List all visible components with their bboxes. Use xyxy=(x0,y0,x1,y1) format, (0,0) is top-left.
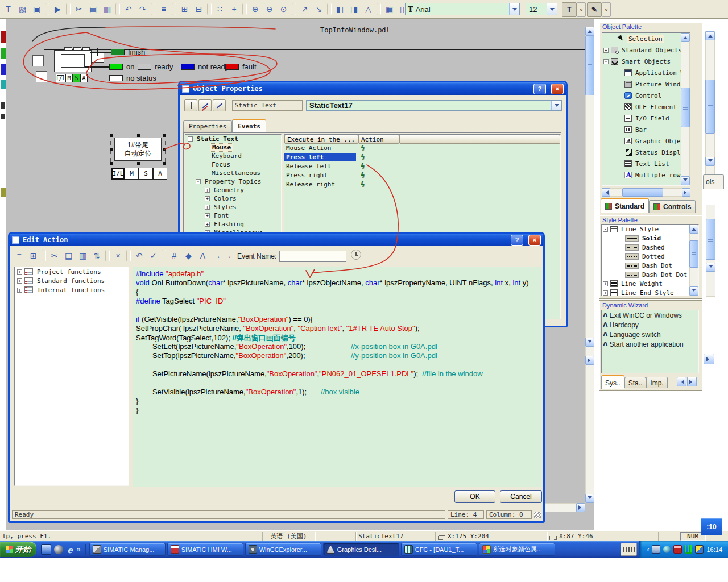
object-palette-item[interactable]: Application Window xyxy=(602,67,690,78)
color-swatch-green[interactable] xyxy=(1,48,6,59)
event-name-input[interactable] xyxy=(279,251,346,262)
clock-icon[interactable] xyxy=(351,250,361,260)
sep[interactable] xyxy=(377,3,381,15)
expand-toggle-icon[interactable]: + xyxy=(17,269,22,275)
op-tree-item[interactable]: + Font xyxy=(185,211,281,220)
sep[interactable] xyxy=(162,250,166,261)
object-palette-item[interactable]: Bar xyxy=(602,124,690,135)
sep[interactable] xyxy=(126,250,131,261)
snap-icon[interactable]: + xyxy=(227,2,241,16)
sep[interactable] xyxy=(42,250,46,261)
internet-explorer-icon[interactable]: e xyxy=(66,545,74,554)
style-palette-item[interactable]: Dashed xyxy=(602,243,698,252)
object-palette-item[interactable]: Graphic Object xyxy=(602,135,690,147)
device-mini-button[interactable]: S xyxy=(73,74,80,82)
object-palette-item[interactable]: + Standard Objects xyxy=(602,44,690,56)
action-lightning-icon[interactable]: ϟ xyxy=(361,144,365,152)
pin-button[interactable] xyxy=(184,99,197,111)
sep[interactable] xyxy=(66,3,71,15)
tray-signal-icon[interactable] xyxy=(685,545,692,554)
style-palette-item[interactable]: Dotted xyxy=(602,252,698,261)
object-mode-button[interactable]: A xyxy=(153,168,167,180)
quick-launch-overflow-icon[interactable]: » xyxy=(77,546,81,554)
op-event-row[interactable]: Release right ϟ xyxy=(284,180,560,189)
tray-volume-icon[interactable] xyxy=(673,545,682,554)
expand-toggle-icon[interactable]: + xyxy=(205,205,210,210)
op-tree-item[interactable]: + Geometry xyxy=(185,186,281,194)
object-palette-item[interactable]: Selection xyxy=(602,33,690,44)
wizard-item[interactable]: Λ Language switch xyxy=(602,330,698,339)
expand-toggle-icon[interactable]: + xyxy=(205,213,210,218)
scroll-up-icon[interactable] xyxy=(689,225,698,234)
scroll-thumb[interactable] xyxy=(689,240,698,268)
scroll-thumb[interactable] xyxy=(622,188,663,197)
save-icon[interactable]: ▣ xyxy=(30,2,44,16)
zoom-in-icon[interactable]: ⊕ xyxy=(248,2,262,16)
scroll-right-icon[interactable] xyxy=(704,354,714,364)
zoom-out-icon[interactable]: ⊖ xyxy=(262,2,276,16)
pen-button[interactable] xyxy=(213,99,226,111)
op-event-row[interactable]: Press left ϟ xyxy=(284,153,560,162)
zoom-fit-icon[interactable]: ⊙ xyxy=(276,2,291,16)
action-lightning-icon[interactable]: ϟ xyxy=(361,163,365,171)
object-mode-button[interactable]: M xyxy=(125,168,139,180)
action-lightning-icon[interactable]: ϟ xyxy=(361,172,365,180)
properties-icon[interactable]: ▦ xyxy=(382,2,396,16)
expand-toggle-icon[interactable]: + xyxy=(603,48,609,53)
arrow-pen-button[interactable] xyxy=(198,99,212,111)
code-area[interactable]: #include "apdefap.h"void OnLButtonDown(c… xyxy=(133,267,541,487)
expand-toggle-icon[interactable]: + xyxy=(205,222,210,227)
static-text-object[interactable]: 1#带尾 自动定位 xyxy=(114,138,162,161)
preview-icon[interactable]: ⊞ xyxy=(26,248,40,263)
tray-display-icon[interactable] xyxy=(652,545,660,554)
scroll-right-icon[interactable] xyxy=(585,356,594,365)
expand-toggle-icon[interactable]: + xyxy=(17,278,22,284)
undo-icon[interactable]: ↶ xyxy=(132,248,146,263)
scroll-right-icon[interactable] xyxy=(682,188,690,197)
scroll-up-icon[interactable] xyxy=(681,33,690,42)
style-palette-item[interactable]: Dash Dot xyxy=(602,261,698,270)
function-group[interactable]: + Project functions xyxy=(15,267,129,276)
cut-icon[interactable]: ✂ xyxy=(72,2,86,16)
style-palette-item[interactable]: Solid xyxy=(602,234,698,243)
object-properties-titlebar[interactable]: Object Properties ? × xyxy=(180,82,566,95)
color-swatch-teal[interactable] xyxy=(1,80,6,89)
undo-icon[interactable]: ↶ xyxy=(121,2,135,16)
tag-connect-icon[interactable]: ↗ xyxy=(297,2,312,16)
font-size-combo-arrow[interactable] xyxy=(547,3,557,15)
function-group[interactable]: + Internal functions xyxy=(15,285,129,294)
check-syntax-icon[interactable]: ✓ xyxy=(146,248,160,263)
tray-app-icon[interactable] xyxy=(663,546,671,553)
style-palette-item[interactable]: - Line Style xyxy=(602,225,698,234)
op-tree-item[interactable]: Keyboard xyxy=(185,152,281,160)
expand-toggle-icon[interactable]: + xyxy=(205,196,210,201)
op-tree-item[interactable]: + Styles xyxy=(185,203,281,211)
palette-tab[interactable]: Standard xyxy=(601,198,649,213)
delete-icon[interactable]: × xyxy=(111,248,125,263)
line-color-button[interactable]: ✎ xyxy=(587,2,602,17)
font-combo-arrow[interactable] xyxy=(509,3,519,15)
expand-toggle-icon[interactable]: + xyxy=(603,290,608,296)
object-palette-item[interactable]: Status Display xyxy=(602,147,690,158)
scroll-up-icon[interactable] xyxy=(705,31,715,40)
sep[interactable] xyxy=(327,3,332,15)
task-button[interactable]: 所选对象颜色属... xyxy=(479,543,555,556)
expand-toggle-icon[interactable]: - xyxy=(196,179,201,184)
hidden-tab-fragment[interactable]: ols xyxy=(703,174,724,189)
scroll-down-icon[interactable] xyxy=(585,494,594,503)
input-method-icon[interactable] xyxy=(621,543,637,556)
palette-tab[interactable]: Controls xyxy=(649,200,696,213)
copy-icon[interactable]: ▤ xyxy=(86,2,100,16)
help-button[interactable]: ? xyxy=(511,235,523,246)
object-palette-item[interactable]: Control xyxy=(602,90,690,101)
parameters-icon[interactable]: # xyxy=(167,248,181,263)
quick-launch-icon[interactable] xyxy=(54,545,63,554)
op-col-action[interactable]: Action xyxy=(358,135,399,144)
expand-toggle-icon[interactable]: + xyxy=(205,188,210,193)
print-icon[interactable]: ≡ xyxy=(156,2,171,16)
run-icon[interactable]: ▶ xyxy=(51,2,65,16)
sep[interactable] xyxy=(115,3,120,15)
task-button[interactable]: Graphics Desi... xyxy=(323,543,399,556)
object-name-combo[interactable]: StaticText17 xyxy=(306,100,562,111)
op-event-row[interactable]: Press right ϟ xyxy=(284,171,560,180)
